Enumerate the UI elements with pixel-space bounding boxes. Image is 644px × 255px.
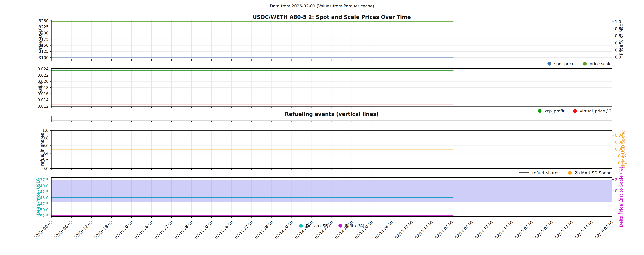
dot-marker-icon xyxy=(338,224,342,228)
tick-label: 0.0 xyxy=(42,167,48,171)
legend-item: price scale xyxy=(583,61,612,66)
tick-label: 1.0 xyxy=(615,20,621,24)
dot-marker-icon xyxy=(548,62,551,65)
y-axis-label-refuel-shares: refuel in shares xyxy=(40,133,45,166)
legend-refuel_shares: refuel_shares2h MA USD Spend xyxy=(519,170,612,176)
prices-subplot-title: USDC/WETH A80-5 2: Spot and Scale Prices… xyxy=(51,14,612,20)
legend-label: xcp_profit xyxy=(544,109,564,113)
chart-plot-area: 31003125315031753200322532500.00.20.40.6… xyxy=(0,0,644,255)
threshold-band xyxy=(51,180,612,202)
dot-marker-icon xyxy=(583,62,587,65)
line-marker-icon xyxy=(519,172,529,173)
subplot-prices: 31003125315031753200322532500.00.20.40.6… xyxy=(39,19,621,60)
legend-value: xcp_profitvirtual_price / 2 xyxy=(538,108,612,114)
tick-label: 3100 xyxy=(39,55,48,60)
legend-prices: spot priceprice scale xyxy=(548,61,612,66)
y-axis-label-price-usd: Price (USD) xyxy=(38,27,43,52)
legend-item: virtual_price / 2 xyxy=(573,109,612,113)
legend-label: virtual_price / 2 xyxy=(580,109,612,113)
refueling-subplot-title: Refueling events (vertical lines) xyxy=(51,111,612,117)
tick-label: 0.024 xyxy=(38,67,48,71)
tick-label: 0.022 xyxy=(38,73,48,78)
tick-label: 3250 xyxy=(39,19,48,23)
legend-item: 2h MA USD Spend xyxy=(568,171,612,175)
legend-label: 2h MA USD Spend xyxy=(575,171,612,175)
dot-marker-icon xyxy=(538,109,542,113)
y-axis-label-usd-spend: 2h MA USD Spend xyxy=(621,130,626,169)
legend-item: refuel_shares xyxy=(519,171,560,175)
y-axis-label-delta-pct: Delta Price Last to Scale (%) xyxy=(619,167,624,227)
figure-suptitle: Data from 2026-02-09 (Values from Parque… xyxy=(0,4,644,8)
tick-label: 1.0 xyxy=(42,128,48,133)
tick-label: 0 xyxy=(615,189,617,193)
legend-label: spot price xyxy=(554,61,574,66)
figure-canvas: 31003125315031753200322532500.00.20.40.6… xyxy=(0,0,644,255)
subplot-delta: −137.5−140.0−142.5−145.0−147.5−150.0−152… xyxy=(34,177,621,218)
y-axis-label-price-pct-max: Price % of Max xyxy=(619,24,624,55)
legend-label: price scale xyxy=(590,61,612,66)
dot-marker-icon xyxy=(573,109,577,113)
legend-item: xcp_profit xyxy=(538,109,564,113)
tick-label: 0.012 xyxy=(38,104,48,108)
y-axis-label-value: Value xyxy=(38,82,43,93)
dot-marker-icon xyxy=(299,224,303,228)
subplot-value: 0.0120.0140.0160.0180.0200.0220.024 xyxy=(38,67,612,108)
tick-label: 0.014 xyxy=(38,98,48,102)
legend-item: spot price xyxy=(548,61,574,66)
legend-label: refuel_shares xyxy=(532,171,560,175)
dot-marker-icon xyxy=(568,171,572,175)
y-axis-label-delta-price: Delta Price (USD) xyxy=(36,178,40,215)
tick-label: 2 xyxy=(615,178,617,182)
subplot-refuel_shares: 0.00.20.40.60.81.00.040.020.00−0.02−0.04 xyxy=(42,128,627,171)
tick-label: 0.0 xyxy=(615,55,621,59)
